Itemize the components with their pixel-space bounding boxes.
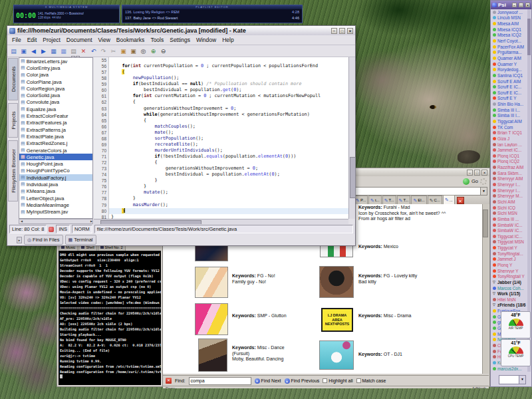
file-item[interactable]: ▤ColorPlane.java	[19, 78, 92, 85]
file-item[interactable]: ▤MedianMeanImage	[19, 201, 92, 208]
tab-scroller-icon[interactable]: ▸	[17, 237, 22, 243]
playlist-entry[interactable]: 136. Losing My Religion <> REM4:28	[122, 9, 302, 15]
file-item[interactable]: ▤ExtractPlate.java	[19, 133, 92, 140]
file-item[interactable]: ▤ExtractRedZones.j	[19, 140, 92, 147]
document-list-hscrollbar[interactable]: ◀▶	[19, 219, 93, 224]
xmms-main-window[interactable]: X MULTIMEDIA SYSTEM 00:00 141. HetHails …	[13, 5, 120, 23]
highlight-all-checkbox[interactable]: Highlight all	[323, 378, 352, 383]
kate-close-button[interactable]: ✕	[347, 28, 353, 34]
roster-contact[interactable]: Shenryyr AIM	[491, 176, 527, 182]
roster-contact[interactable]: Mbesa ICQ1	[491, 27, 527, 33]
roster-contact[interactable]: Tiggycat MSN	[491, 239, 527, 245]
browser-tab[interactable]: ✎T...	[382, 196, 396, 204]
roster-contact[interactable]: Shenryyr I...	[491, 182, 527, 188]
browser-maximize-button[interactable]: □	[474, 170, 480, 176]
chevron-down-icon[interactable]: ▼	[519, 376, 525, 384]
kate-window[interactable]: file:///home/zuri/Documents/Clases/Tesis…	[7, 25, 356, 246]
toolbar-save-as-button[interactable]: ▦	[59, 47, 68, 55]
url-dropdown-button[interactable]: ▼	[480, 188, 487, 195]
file-item[interactable]: ▤HoughPointTypeCo	[19, 168, 92, 174]
menu-view[interactable]: View	[98, 37, 110, 43]
kate-maximize-button[interactable]: □	[339, 28, 345, 34]
file-item[interactable]: ▤Convolute.java	[19, 99, 92, 106]
psi-titlebar[interactable]: Psi − □ ✕	[491, 1, 531, 9]
file-item[interactable]: ▤ExtractFeatures.ja	[19, 120, 92, 126]
roster-contact[interactable]: Plonq Y	[491, 262, 527, 268]
file-item[interactable]: ▤GenerateColors.ja	[19, 147, 92, 154]
toolbar-undo-button[interactable]: ↶	[89, 47, 98, 55]
roster-contact[interactable]: PacerFox AIM	[491, 44, 527, 50]
menu-edit[interactable]: Edit	[27, 37, 37, 43]
editor-hscrollbar[interactable]	[94, 219, 348, 224]
file-item[interactable]: ▤MyInputStream.jav	[19, 209, 92, 215]
sidebar-tab-documents[interactable]: Documents	[8, 58, 18, 100]
file-item[interactable]: ▤HoughPoint.java	[19, 160, 92, 167]
psi-status-selector[interactable]: ▼	[499, 375, 526, 384]
file-item[interactable]: ▤ColorEntry.java	[19, 65, 92, 71]
browser-scrollbar-thumb[interactable]	[483, 209, 488, 237]
toolbar-stop-button[interactable]: ✕	[79, 47, 88, 55]
toolbar-cut-button[interactable]: ✂	[109, 47, 118, 55]
kate-minimize-button[interactable]: −	[331, 28, 337, 34]
file-item[interactable]: ▤Color.java	[19, 72, 92, 78]
xmms-playlist-window[interactable]: PLAYLIST EDITOR 136. Losing My Religion …	[122, 5, 303, 23]
browser-tab[interactable]: ✎...	[443, 195, 455, 204]
kate-titlebar[interactable]: file:///home/zuri/Documents/Clases/Tesis…	[7, 26, 355, 35]
toolbar-save-button[interactable]: ▦	[49, 47, 58, 55]
menu-help[interactable]: Help	[222, 37, 233, 43]
psi-scrollbar-thumb[interactable]	[527, 19, 531, 55]
file-item[interactable]: ▤ExtractColorFeatur	[19, 112, 92, 119]
roster-contact[interactable]: Sara Skbm...	[491, 170, 527, 176]
roster-contact[interactable]: Marcos Coh...	[491, 285, 527, 291]
go-icon[interactable]	[463, 178, 469, 185]
menu-bookmarks[interactable]: Bookmarks	[116, 37, 145, 43]
browser-tab[interactable]: ✎El...	[411, 196, 426, 204]
find-close-icon[interactable]: ✕	[166, 378, 172, 384]
menu-tools[interactable]: Tools	[150, 37, 164, 43]
menu-settings[interactable]: Settings	[170, 37, 190, 43]
toolbar-zoom-in-button[interactable]: ⊕	[149, 47, 158, 55]
file-item[interactable]: ▤ColorSolid.java	[19, 92, 92, 98]
code-editor[interactable]: 5556 for(int currentPopullation = 0 ; cu…	[94, 57, 348, 219]
terminal-output[interactable]: DMO dll might use previous sample when r…	[59, 251, 161, 385]
roster-contact[interactable]: Simba III I...	[491, 113, 527, 119]
roster-contact[interactable]: Sichi AIM	[491, 199, 527, 205]
roster-contact[interactable]: SimbaW IC...	[491, 227, 527, 233]
file-item[interactable]: ▤Equalize.java	[19, 106, 92, 112]
sidebar-tab-projects[interactable]: Projects	[8, 103, 18, 138]
find-input[interactable]: compa	[189, 377, 251, 385]
roster-contact[interactable]: Shenryyr M...	[491, 194, 527, 200]
playlist-entry[interactable]: 137. Baby Jane <> Rod Stewart4:46	[122, 15, 302, 21]
menu-window[interactable]: Window	[196, 37, 216, 43]
roster-contact[interactable]: Mbesa ICQ2	[491, 33, 527, 39]
psi-maximize-button[interactable]: □	[519, 3, 523, 7]
roster-contact[interactable]: TonyRingtail Y	[491, 273, 527, 279]
roster-contact[interactable]: Ian Layton ...	[491, 142, 527, 148]
file-item[interactable]: ▤IndividualFactory.j	[19, 174, 92, 181]
toolbar-find-button[interactable]: ◎	[139, 47, 148, 55]
find-previous-button[interactable]: ▴Find Previous	[285, 378, 320, 384]
roster-contact[interactable]: Sichi MSN	[491, 210, 527, 216]
roster-contact[interactable]: SimbaW IC...	[491, 222, 527, 228]
roster-contact[interactable]: Razzifraz AIM	[491, 164, 527, 170]
toolbar-back-button[interactable]: ◀	[29, 47, 38, 55]
roster-contact[interactable]: Tiggycat Y	[491, 245, 527, 251]
roster-contact[interactable]: Shenryyr I...	[491, 188, 527, 194]
toolbar-new-document-button[interactable]: ▤	[9, 47, 18, 55]
toolbar-paste-button[interactable]: ▣	[129, 47, 138, 55]
roster-contact[interactable]: Shenryyr Y	[491, 268, 527, 274]
sidebar-tab-filesystem-browser[interactable]: Filesystem Browser	[8, 140, 18, 201]
roster-contact[interactable]: Quamer AIM	[491, 55, 527, 61]
find-next-button[interactable]: ▾Find Next	[255, 378, 281, 384]
browser-tab[interactable]: ✎t...	[368, 196, 382, 204]
roster-contact[interactable]: Tiggycat AIM	[491, 118, 527, 124]
toolbar-copy-button[interactable]: ▣	[119, 47, 128, 55]
toolbar-open-folder-button[interactable]: ▣	[19, 47, 28, 55]
roster-contact[interactable]: TK Com	[491, 124, 527, 130]
toolbar-print-button[interactable]: ▤	[69, 47, 78, 55]
match-case-checkbox[interactable]: Match case	[356, 378, 386, 383]
roster-contact[interactable]: Brian T ICQ1	[491, 130, 527, 136]
tool-tab-terminal[interactable]: ▦Terminal	[65, 235, 96, 245]
roster-contact[interactable]: Quamer Y	[491, 61, 527, 67]
file-item[interactable]: ▤ColorRegion.java	[19, 85, 92, 92]
